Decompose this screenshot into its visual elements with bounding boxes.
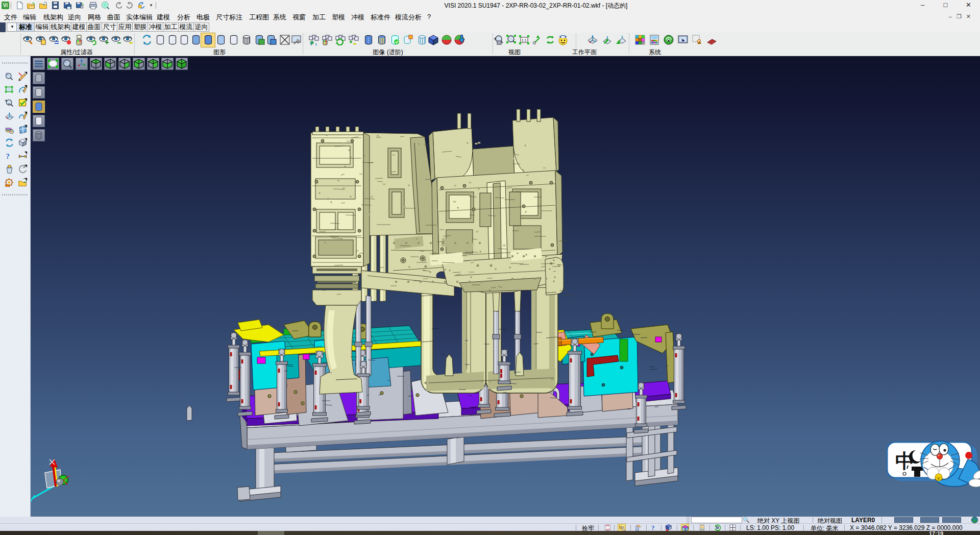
svg-text:1:1: 1:1 [522,38,527,42]
svg-text:?: ? [6,152,10,160]
